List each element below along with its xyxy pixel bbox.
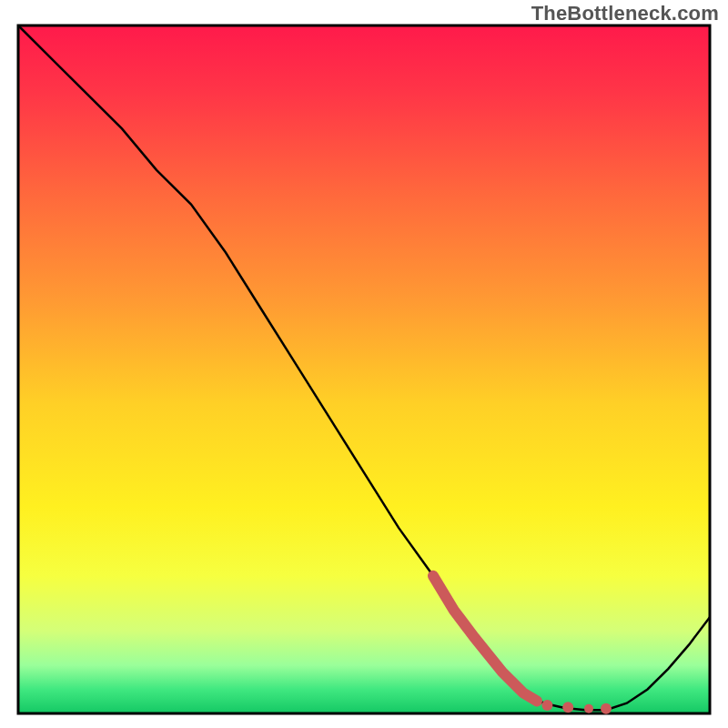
emphasis-dot [562, 702, 573, 713]
watermark-text: TheBottleneck.com [531, 2, 719, 25]
emphasis-dot [601, 703, 612, 714]
chart-container: TheBottleneck.com [0, 0, 728, 728]
bottleneck-chart [0, 0, 728, 728]
emphasis-dot [584, 704, 593, 713]
emphasis-dot [541, 700, 552, 711]
